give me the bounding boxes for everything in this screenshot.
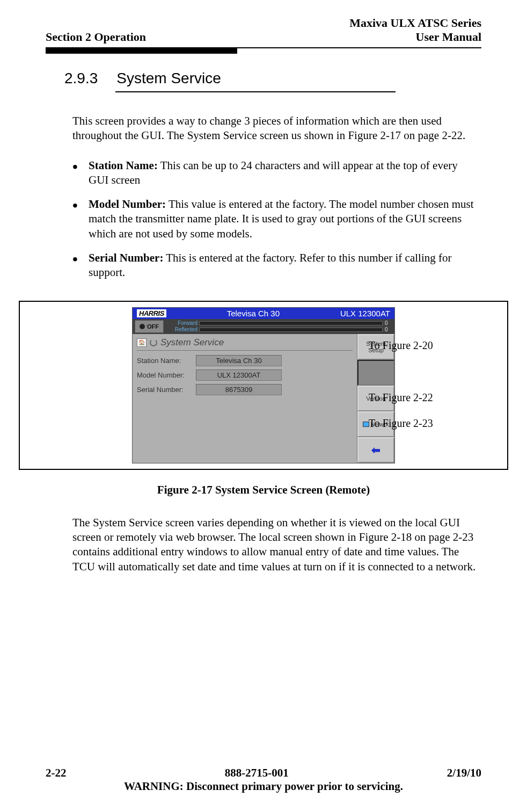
- figure-caption: Figure 2-17 System Service Screen (Remot…: [46, 483, 481, 497]
- back-arrow-icon: ⬅: [371, 444, 380, 456]
- figure-container: HARRIS Televisa Ch 30 ULX 12300AT OFF Fo…: [19, 301, 508, 470]
- series-label: Maxiva ULX ATSC Series: [349, 16, 481, 30]
- gui-title-center: Televisa Ch 30: [166, 309, 340, 318]
- breadcrumb-title: System Service: [160, 337, 224, 348]
- footer-docnum: 888-2715-001: [225, 766, 289, 780]
- reflected-label: Reflected: [168, 327, 197, 333]
- section-label: Section 2 Operation: [46, 30, 146, 44]
- serial-number-value[interactable]: 8675309: [196, 384, 282, 395]
- serial-number-field: Serial Number: 8675309: [137, 384, 353, 395]
- annotation-2: To Figure 2-22: [369, 392, 433, 404]
- gui-title-model: ULX 12300AT: [340, 309, 390, 318]
- sidebar-blank-button: [357, 360, 394, 386]
- gui-screenshot: HARRIS Televisa Ch 30 ULX 12300AT OFF Fo…: [132, 307, 395, 463]
- station-name-field: Station Name: Televisa Ch 30: [137, 355, 353, 366]
- section-underline: [115, 91, 396, 92]
- harris-logo: HARRIS: [137, 309, 166, 317]
- section-title: System Service: [116, 70, 221, 87]
- section-heading: 2.9.3 System Service: [64, 70, 481, 87]
- forward-value: 0: [385, 320, 392, 327]
- reflected-value: 0: [385, 327, 392, 333]
- footer-page: 2-22: [46, 766, 67, 780]
- page-header: Section 2 Operation Maxiva ULX ATSC Seri…: [46, 16, 481, 44]
- forward-label: Forward: [168, 320, 197, 327]
- annotation-3: To Figure 2-23: [369, 417, 433, 430]
- refresh-icon[interactable]: [150, 339, 157, 346]
- bullet-list: Station Name: This can be up to 24 chara…: [72, 158, 476, 280]
- body-after-paragraph: The System Service screen varies dependi…: [72, 516, 476, 574]
- bullet-serial-number: Serial Number: This is entered at the fa…: [72, 251, 476, 280]
- off-indicator-icon: [140, 324, 145, 329]
- home-icon[interactable]: 🏠: [137, 338, 147, 347]
- annotation-1: To Figure 2-20: [369, 339, 433, 352]
- reflected-meter: Reflected 0: [168, 327, 392, 333]
- forward-bar: [199, 321, 383, 325]
- off-label: OFF: [147, 323, 159, 330]
- forward-meter: Forward 0: [168, 320, 392, 327]
- gui-statusbar: OFF Forward 0 Reflected 0: [133, 319, 394, 334]
- off-indicator-box[interactable]: OFF: [135, 320, 164, 333]
- bullet-label: Model Number:: [89, 198, 166, 211]
- footer-date: 2/19/10: [447, 766, 481, 780]
- footer-warning: WARNING: Disconnect primary power prior …: [46, 780, 481, 793]
- model-number-label: Model Number:: [137, 371, 196, 379]
- bullet-station-name: Station Name: This can be up to 24 chara…: [72, 158, 476, 188]
- serial-number-label: Serial Number:: [137, 386, 196, 394]
- intro-paragraph: This screen provides a way to change 3 p…: [72, 114, 476, 143]
- station-name-value[interactable]: Televisa Ch 30: [196, 355, 282, 366]
- back-button[interactable]: ⬅: [357, 437, 394, 463]
- station-name-label: Station Name:: [137, 357, 196, 365]
- gui-breadcrumb: 🏠 System Service: [137, 337, 353, 351]
- gui-main-panel: 🏠 System Service Station Name: Televisa …: [133, 334, 357, 463]
- model-number-value[interactable]: ULX 12300AT: [196, 369, 282, 381]
- bullet-label: Serial Number:: [89, 251, 163, 264]
- gui-titlebar: HARRIS Televisa Ch 30 ULX 12300AT: [133, 308, 394, 319]
- bullet-model-number: Model Number: This value is entered at t…: [72, 197, 476, 241]
- page-footer: 2-22 888-2715-001 2/19/10 WARNING: Disco…: [0, 766, 527, 793]
- manual-label: User Manual: [349, 30, 481, 44]
- model-number-field: Model Number: ULX 12300AT: [137, 369, 353, 381]
- section-number: 2.9.3: [64, 70, 98, 87]
- reflected-bar: [199, 328, 383, 332]
- bullet-label: Station Name:: [89, 159, 158, 172]
- header-rule: [46, 47, 481, 54]
